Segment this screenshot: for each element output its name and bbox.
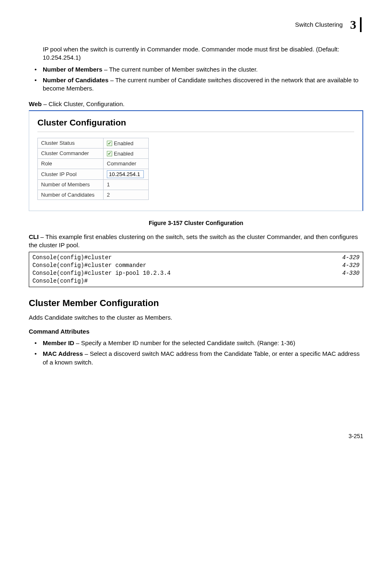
table-row: Cluster IP Pool — [38, 169, 149, 179]
cluster-status-checkbox[interactable]: ✔ Enabled — [107, 140, 134, 147]
intro-paragraph: IP pool when the switch is currently in … — [43, 45, 363, 62]
ip-pool-input[interactable] — [107, 170, 144, 178]
checkbox-label: Enabled — [114, 140, 134, 147]
list-item: Number of Candidates – The current numbe… — [35, 76, 363, 93]
term: MAC Address — [43, 350, 83, 357]
desc: – Specify a Member ID number for the sel… — [74, 339, 295, 346]
list-item: Number of Members – The current number o… — [35, 65, 363, 74]
panel-divider — [37, 132, 354, 132]
members-value: 1 — [104, 179, 149, 190]
table-row: Number of Candidates 2 — [38, 190, 149, 200]
svg-rect-0 — [360, 17, 362, 32]
bullet-list-2: Member ID – Specify a Member ID number f… — [35, 339, 363, 367]
role-value: Commander — [104, 159, 149, 169]
web-nav-line: Web – Click Cluster, Configuration. — [29, 100, 363, 108]
desc: – The current number of Member switches … — [102, 66, 258, 73]
page-header: Switch Clustering 3 — [29, 16, 363, 33]
cluster-status-label: Cluster Status — [38, 138, 104, 148]
code-commands: Console(config)#cluster Console(config)#… — [32, 254, 342, 285]
role-label: Role — [38, 159, 104, 169]
section-paragraph: Adds Candidate switches to the cluster a… — [29, 313, 363, 322]
bullet-list-1: Number of Members – The current number o… — [35, 65, 363, 93]
code-block: Console(config)#cluster Console(config)#… — [29, 252, 363, 287]
desc: – Select a discoverd switch MAC address … — [43, 350, 360, 365]
cli-paragraph: CLI – This example first enables cluster… — [29, 233, 363, 250]
command-attributes-heading: Command Attributes — [29, 327, 363, 336]
list-item: Member ID – Specify a Member ID number f… — [35, 339, 363, 347]
members-label: Number of Members — [38, 179, 104, 190]
list-item: MAC Address – Select a discoverd switch … — [35, 350, 363, 367]
cli-rest: – This example first enables clustering … — [29, 233, 358, 248]
cli-prefix: CLI — [29, 233, 39, 240]
cluster-status-value: ✔ Enabled — [104, 138, 149, 148]
check-icon: ✔ — [107, 141, 112, 146]
code-refs: 4-329 4-329 4-330 — [342, 254, 360, 285]
table-row: Cluster Status ✔ Enabled — [38, 138, 149, 148]
cluster-config-panel: Cluster Configuration Cluster Status ✔ E… — [29, 110, 363, 211]
figure-caption: Figure 3-157 Cluster Configuration — [29, 219, 363, 227]
term: Member ID — [43, 339, 74, 346]
web-rest: – Click Cluster, Configuration. — [42, 100, 125, 107]
checkbox-label: Enabled — [114, 150, 134, 158]
table-row: Number of Members 1 — [38, 179, 149, 190]
chapter-number-icon: 3 — [347, 16, 363, 33]
header-title: Switch Clustering — [295, 21, 343, 29]
candidates-label: Number of Candidates — [38, 190, 104, 200]
panel-title: Cluster Configuration — [37, 117, 354, 128]
chapter-number: 3 — [350, 18, 356, 31]
section-heading: Cluster Member Configuration — [29, 297, 363, 309]
cluster-commander-checkbox[interactable]: ✔ Enabled — [107, 150, 134, 158]
cluster-commander-label: Cluster Commander — [38, 149, 104, 159]
term: Number of Members — [43, 66, 102, 73]
ip-pool-cell — [104, 169, 149, 179]
cluster-commander-value: ✔ Enabled — [104, 149, 149, 159]
term: Number of Candidates — [43, 77, 108, 84]
table-row: Role Commander — [38, 159, 149, 169]
page-number: 3-251 — [29, 432, 363, 440]
web-prefix: Web — [29, 100, 42, 107]
check-icon: ✔ — [107, 151, 112, 156]
candidates-value: 2 — [104, 190, 149, 200]
ip-pool-label: Cluster IP Pool — [38, 169, 104, 179]
config-table: Cluster Status ✔ Enabled Cluster Command… — [37, 138, 149, 200]
table-row: Cluster Commander ✔ Enabled — [38, 149, 149, 159]
